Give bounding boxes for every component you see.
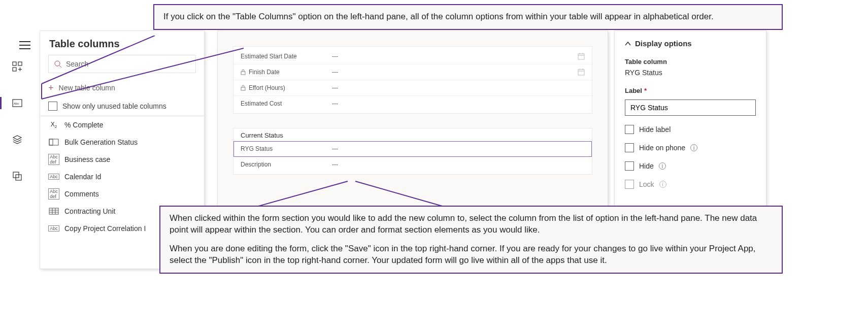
form-field-row[interactable]: RYG Status--- — [233, 141, 592, 157]
column-type-icon: Abc — [48, 224, 59, 233]
hide-on-phone-checkbox[interactable]: Hide on phonei — [625, 143, 756, 152]
column-type-icon — [48, 138, 59, 147]
form-field-row[interactable]: Description--- — [233, 157, 592, 172]
field-label: Estimated Start Date — [241, 53, 297, 60]
column-label: Business case — [64, 155, 110, 163]
show-only-unused-checkbox[interactable]: Show only unused table columns — [48, 102, 196, 111]
hide-checkbox[interactable]: Hidei — [625, 161, 756, 171]
field-value: --- — [332, 84, 564, 91]
label-field-label: Label* — [625, 87, 756, 94]
display-options-header[interactable]: Display options — [625, 39, 756, 48]
column-type-icon: Abcdef — [48, 189, 59, 199]
field-value: --- — [332, 53, 564, 60]
column-type-icon: Abc — [48, 172, 59, 181]
field-value: --- — [332, 161, 564, 168]
annotation-callout-top: If you click on the "Table Columns" opti… — [153, 4, 783, 30]
form-field-row[interactable]: Finish Date--- — [233, 64, 592, 80]
svg-rect-3 — [13, 62, 16, 65]
form-section-current-status[interactable]: Current Status RYG Status---Description-… — [233, 128, 592, 175]
field-label: Effort (Hours) — [249, 84, 285, 91]
svg-rect-22 — [578, 54, 584, 59]
svg-line-36 — [355, 181, 444, 207]
callout-pointer-top — [41, 36, 244, 102]
column-list-item[interactable]: AbcdefComments — [40, 185, 204, 203]
lock-checkbox[interactable]: Locki — [625, 180, 756, 189]
show-only-label: Show only unused table columns — [62, 102, 166, 110]
column-type-icon: X2 — [48, 120, 59, 129]
calendar-icon — [578, 69, 585, 76]
label-input[interactable] — [625, 100, 756, 116]
rail-apps-icon[interactable] — [7, 58, 27, 75]
svg-line-32 — [42, 36, 155, 84]
rail-copy-icon[interactable] — [7, 168, 27, 184]
info-icon[interactable]: i — [659, 181, 666, 188]
field-value: --- — [332, 145, 564, 152]
column-label: Contracting Unit — [64, 207, 115, 215]
column-label: % Complete — [64, 121, 103, 129]
column-list-item[interactable]: AbcCalendar Id — [40, 168, 204, 185]
rail-table-columns-icon[interactable]: Abc — [7, 95, 27, 111]
column-type-icon: Abcdef — [48, 155, 59, 164]
svg-rect-16 — [49, 139, 53, 145]
svg-rect-27 — [578, 70, 584, 75]
rail-layers-icon[interactable] — [7, 131, 27, 148]
field-value: --- — [332, 100, 564, 107]
column-label: Comments — [64, 190, 99, 198]
form-section-top[interactable]: Estimated Start Date---Finish Date---Eff… — [233, 46, 592, 114]
svg-rect-5 — [13, 68, 16, 71]
svg-marker-10 — [13, 136, 21, 140]
field-label: Estimated Cost — [241, 100, 282, 107]
svg-rect-15 — [49, 139, 58, 145]
info-icon[interactable]: i — [690, 144, 697, 151]
field-label: Finish Date — [249, 69, 280, 76]
column-label: Calendar Id — [64, 173, 101, 181]
column-list-item[interactable]: Bulk Generation Status — [40, 134, 204, 151]
svg-rect-4 — [18, 62, 22, 65]
table-column-value: RYG Status — [625, 69, 756, 77]
calendar-icon — [578, 53, 585, 60]
left-rail: Abc — [0, 0, 35, 330]
info-icon[interactable]: i — [659, 162, 666, 170]
column-label: Copy Project Correlation I — [64, 224, 146, 233]
checkbox-icon — [48, 102, 57, 111]
table-column-label: Table column — [625, 58, 756, 65]
svg-text:Abc: Abc — [14, 102, 19, 105]
column-list-item[interactable]: X2% Complete — [40, 116, 204, 134]
form-field-row[interactable]: Estimated Cost--- — [233, 96, 592, 111]
section-title: Current Status — [233, 130, 592, 141]
field-label: RYG Status — [241, 145, 273, 152]
chevron-up-icon — [625, 41, 631, 46]
field-label: Description — [241, 161, 271, 168]
svg-line-35 — [256, 181, 348, 207]
column-label: Bulk Generation Status — [64, 138, 138, 146]
field-value: --- — [332, 69, 564, 76]
hide-label-checkbox[interactable]: Hide label — [625, 125, 756, 134]
annotation-callout-bottom: When clicked within the form section you… — [159, 206, 783, 274]
svg-rect-17 — [49, 208, 58, 214]
form-field-row[interactable]: Estimated Start Date--- — [233, 49, 592, 64]
form-field-row[interactable]: Effort (Hours)--- — [233, 80, 592, 96]
column-type-icon — [48, 207, 59, 216]
svg-line-33 — [42, 48, 244, 99]
column-list-item[interactable]: AbcdefBusiness case — [40, 151, 204, 168]
